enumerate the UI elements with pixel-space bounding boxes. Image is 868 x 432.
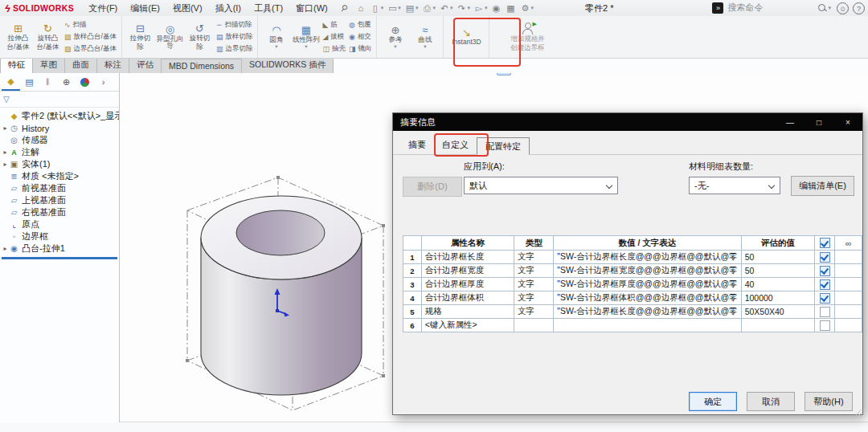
menu-item-2[interactable]: 视图(V) bbox=[166, 2, 209, 14]
dialog-title-bar[interactable]: 摘要信息 —□× bbox=[393, 113, 862, 131]
search-dropdown-caret-icon[interactable]: ▾ bbox=[828, 5, 831, 11]
cell-link[interactable] bbox=[835, 278, 862, 291]
tree-root[interactable]: ◆零件2 (默认<<默认>_显示状 bbox=[2, 110, 119, 122]
cell-type[interactable] bbox=[514, 319, 554, 332]
revolved-cut-button[interactable]: ↺旋转切除 bbox=[185, 23, 215, 51]
cell-link[interactable] bbox=[835, 291, 862, 305]
select-dropdown-caret-icon[interactable]: ▾ bbox=[485, 5, 488, 11]
panel-tab-expand[interactable]: › bbox=[94, 74, 113, 90]
lofted-cut-button[interactable]: ▤放样切除 bbox=[216, 32, 253, 43]
panel-tab-propertymanager[interactable]: ▤ bbox=[20, 74, 39, 90]
cell-property-name[interactable]: 合计边界框宽度 bbox=[421, 264, 514, 278]
cell-evaluated-value[interactable]: 100000 bbox=[741, 291, 814, 305]
hole-wizard-button[interactable]: ◎异型孔向导 bbox=[155, 24, 185, 51]
close-button[interactable]: × bbox=[833, 113, 862, 131]
checkbox-icon[interactable] bbox=[820, 307, 830, 317]
curves-button[interactable]: ≈曲线▾ bbox=[410, 25, 440, 50]
delete-button[interactable]: 删除(D) bbox=[403, 177, 462, 197]
file-properties-icon[interactable]: ▦ bbox=[503, 3, 518, 14]
draft-button[interactable]: ◢拔模 bbox=[322, 32, 346, 43]
cell-property-name[interactable]: 合计边界框体积 bbox=[421, 291, 514, 305]
tree-item-凸台-拉伸1[interactable]: ▸◉凸台-拉伸1 bbox=[2, 242, 119, 255]
cell-type[interactable]: 文字 bbox=[514, 291, 554, 305]
cell-type[interactable]: 文字 bbox=[514, 278, 554, 291]
menu-item-5[interactable]: 窗口(W) bbox=[289, 2, 334, 14]
swept-cut-button[interactable]: ∽扫描切除 bbox=[216, 20, 253, 31]
cell-checkbox[interactable] bbox=[814, 264, 834, 278]
user-account-icon[interactable]: ☺ bbox=[837, 2, 849, 14]
checkbox-icon[interactable] bbox=[820, 320, 830, 331]
edit-list-button[interactable]: 编辑清单(E) bbox=[791, 176, 854, 196]
cell-link[interactable] bbox=[835, 319, 862, 332]
menu-item-1[interactable]: 编辑(E) bbox=[124, 2, 166, 14]
open-document-dropdown-caret-icon[interactable]: ▾ bbox=[398, 5, 401, 11]
redo-dropdown-caret-icon[interactable]: ▾ bbox=[467, 5, 470, 11]
boundary-cut-button[interactable]: ▥边界切除 bbox=[216, 44, 253, 55]
expander-icon[interactable]: ▸ bbox=[2, 161, 9, 168]
boundary-boss-base-button[interactable]: ▨边界凸台/基体 bbox=[64, 44, 117, 55]
tab-评估[interactable]: 评估 bbox=[129, 57, 162, 73]
cell-checkbox[interactable] bbox=[814, 251, 834, 264]
bom-quantity-combobox[interactable]: -无- bbox=[689, 177, 780, 194]
cell-checkbox[interactable] bbox=[814, 319, 834, 332]
panel-tab-configurationmanager[interactable]: 𝄃 bbox=[39, 74, 57, 90]
cell-property-name[interactable]: 合计边界框厚度 bbox=[421, 278, 514, 291]
extruded-cut-button[interactable]: ⊟拉伸切除 bbox=[125, 23, 155, 51]
cell-expression[interactable]: "SW-合计边界框长度@@@边界框@@默认@零 bbox=[554, 251, 741, 264]
ok-button[interactable]: 确定 bbox=[689, 392, 737, 411]
help-icon[interactable]: ? bbox=[853, 2, 865, 14]
home-icon[interactable]: ⌂ bbox=[354, 3, 368, 13]
dialog-tab-自定义[interactable]: 自定义 bbox=[434, 137, 477, 154]
cell-property-name[interactable]: <键入新属性> bbox=[421, 319, 514, 332]
search-input[interactable]: 搜索命令 bbox=[727, 2, 814, 14]
cell-evaluated-value[interactable]: 50 bbox=[741, 264, 814, 278]
rollback-bar[interactable] bbox=[2, 257, 117, 259]
revolved-boss-base-button[interactable]: ↻旋转凸台/基体 bbox=[33, 23, 63, 51]
tree-item-History[interactable]: ▸◷History bbox=[2, 122, 119, 134]
cell-checkbox[interactable] bbox=[814, 278, 834, 291]
resize-grip[interactable] bbox=[851, 408, 862, 418]
cell-property-name[interactable]: 合计边界框长度 bbox=[421, 251, 514, 264]
cell-expression[interactable] bbox=[554, 319, 741, 332]
panel-tab-dimxpertmanager[interactable]: ⊕ bbox=[57, 74, 76, 90]
minimize-button[interactable]: — bbox=[776, 113, 805, 131]
expander-icon[interactable]: ▸ bbox=[2, 124, 9, 132]
menu-item-4[interactable]: 工具(T) bbox=[248, 2, 289, 14]
checkbox-icon[interactable] bbox=[820, 266, 830, 276]
expander-icon[interactable]: ▸ bbox=[2, 149, 9, 156]
tab-草图[interactable]: 草图 bbox=[32, 57, 65, 73]
mirror-button[interactable]: ◨镜向 bbox=[349, 44, 372, 55]
cell-expression[interactable]: "SW-合计边界框体积@@@边界框@@默认@零 bbox=[554, 291, 741, 305]
cell-expression[interactable]: "SW-合计边界框长度@@@边界框@@默认@零 bbox=[554, 305, 741, 319]
tree-item-实体(1)[interactable]: ▸▣实体(1) bbox=[2, 158, 119, 170]
tree-item-边界框[interactable]: ▫边界框 bbox=[2, 230, 119, 242]
cell-link[interactable] bbox=[835, 251, 862, 264]
lofted-boss-base-button[interactable]: ▧放样凸台/基体 bbox=[64, 32, 117, 43]
tab-曲面[interactable]: 曲面 bbox=[64, 57, 97, 73]
reference-geometry-button[interactable]: ⊕参考▾ bbox=[380, 25, 410, 50]
intersect-button[interactable]: ◉相交 bbox=[349, 32, 372, 43]
fillet-button[interactable]: ◠圆角▾ bbox=[261, 25, 291, 50]
tree-item-材质 <未指定>[interactable]: ≣材质 <未指定> bbox=[2, 170, 119, 182]
cell-expression[interactable]: "SW-合计边界框宽度@@@边界框@@默认@零 bbox=[554, 264, 741, 278]
tab-SOLIDWORKS 插件[interactable]: SOLIDWORKS 插件 bbox=[241, 57, 334, 73]
cell-expression[interactable]: "SW-合计边界框厚度@@@边界框@@默认@零 bbox=[554, 278, 741, 291]
print-dropdown-caret-icon[interactable]: ▾ bbox=[432, 5, 436, 11]
tree-item-传感器[interactable]: ◎传感器 bbox=[2, 134, 119, 146]
extruded-boss-base-button[interactable]: ⊞拉伸凸台/基体 bbox=[3, 23, 33, 51]
cell-type[interactable]: 文字 bbox=[514, 251, 554, 264]
apply-to-combobox[interactable]: 默认 bbox=[464, 177, 618, 194]
cell-type[interactable]: 文字 bbox=[514, 264, 554, 278]
options-dropdown-caret-icon[interactable]: ▾ bbox=[530, 5, 534, 11]
swept-boss-base-button[interactable]: ∿扫描 bbox=[64, 20, 117, 31]
expander-icon[interactable]: ▸ bbox=[2, 245, 9, 252]
shell-button[interactable]: ◫抽壳 bbox=[322, 44, 346, 55]
search-icon[interactable] bbox=[818, 4, 825, 11]
cell-checkbox[interactable] bbox=[814, 305, 834, 319]
instant3d-button[interactable]: ↘Instant3D bbox=[447, 27, 485, 47]
wrap-button[interactable]: ◍包覆 bbox=[349, 20, 372, 31]
tree-item-右视基准面[interactable]: ▱右视基准面 bbox=[2, 206, 119, 218]
panel-tab-displaymanager[interactable] bbox=[76, 74, 94, 90]
maximize-button[interactable]: □ bbox=[805, 113, 833, 131]
save-dropdown-caret-icon[interactable]: ▾ bbox=[416, 5, 419, 11]
